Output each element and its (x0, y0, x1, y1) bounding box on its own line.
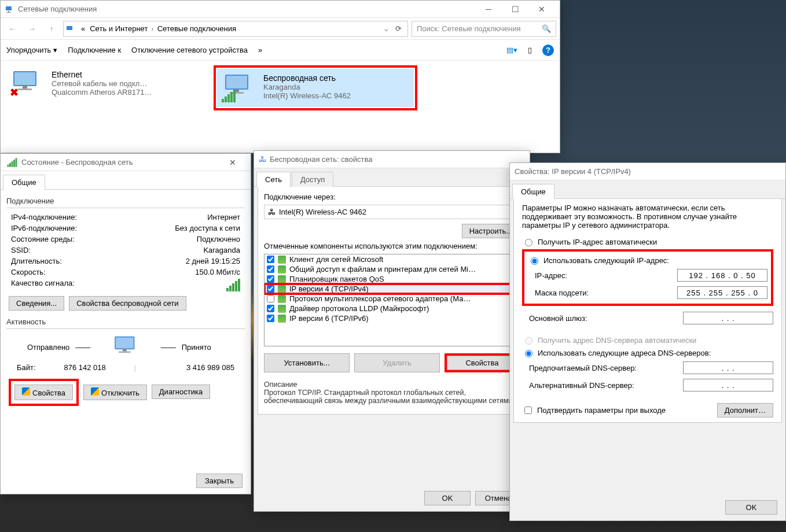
wifi-properties-button[interactable]: Свойства беспроводной сети (69, 296, 186, 311)
back-button[interactable]: ← (4, 21, 20, 37)
component-item[interactable]: Общий доступ к файлам и принтерам для се… (265, 264, 519, 274)
radio-input[interactable] (531, 257, 538, 265)
components-list[interactable]: Клиент для сетей MicrosoftОбщий доступ к… (264, 254, 520, 346)
disable-device-button[interactable]: Отключение сетевого устройства (131, 46, 248, 54)
help-icon: ? (542, 45, 554, 56)
organize-menu[interactable]: Упорядочить▾ (6, 46, 57, 54)
more-button[interactable]: » (258, 46, 262, 54)
dns2-input[interactable]: . . . (683, 379, 773, 391)
window-title: Состояние - Беспроводная сеть (21, 158, 133, 167)
gateway-label: Основной шлюз: (529, 314, 587, 323)
refresh-icon[interactable]: ⟳ (392, 24, 405, 33)
sent-label: Отправлено (11, 343, 69, 352)
svg-rect-2 (6, 12, 11, 13)
svg-rect-7 (18, 88, 32, 90)
radio-input (525, 337, 532, 345)
component-item[interactable]: Протокол мультиплексора сетевого адаптер… (265, 294, 519, 304)
ip-address-input[interactable]: 192 . 168 . 0 . 50 (677, 269, 767, 282)
tab-general[interactable]: Общие (512, 184, 554, 199)
maximize-button[interactable]: ☐ (502, 1, 528, 18)
install-button[interactable]: Установить... (264, 353, 350, 372)
connect-to-button[interactable]: Подключение к (68, 46, 121, 54)
close-button[interactable]: Закрыть (196, 474, 243, 488)
close-button[interactable]: ✕ (219, 154, 246, 171)
component-item[interactable]: Драйвер протокола LLDP (Майкрософт) (265, 304, 519, 313)
preview-pane-button[interactable]: ▯ (528, 46, 532, 54)
connection-ethernet[interactable]: ✖ Ethernet Сетевой кабель не подкл… Qual… (5, 65, 202, 110)
radio-auto-dns[interactable]: Получить адрес DNS-сервера автоматически (522, 334, 773, 346)
wifi-properties-window: 🖧 Беспроводная сеть: свойства Сеть Досту… (254, 150, 530, 512)
ok-button[interactable]: OK (725, 500, 777, 515)
checkbox-input[interactable] (524, 407, 532, 414)
component-label: Общий доступ к файлам и принтерам для се… (289, 265, 476, 274)
advanced-button[interactable]: Дополнит… (717, 403, 773, 418)
dropdown-icon[interactable]: ⌄ (381, 24, 392, 33)
radio-input[interactable] (525, 350, 532, 357)
titlebar[interactable]: Сетевые подключения ─ ☐ ✕ (1, 1, 560, 18)
address-bar[interactable]: « Сеть и Интернет › Сетевые подключения … (63, 21, 408, 37)
protocol-icon (278, 265, 286, 274)
checkbox-input[interactable] (267, 265, 274, 273)
svg-rect-6 (23, 86, 27, 88)
protocol-icon (278, 315, 286, 323)
duration-value: 2 дней 19:15:25 (186, 257, 240, 265)
ipv4-intro-text: Параметры IP можно назначать автоматичес… (522, 204, 773, 235)
disable-button[interactable]: Отключить (83, 385, 147, 400)
titlebar[interactable]: 🖧 Беспроводная сеть: свойства (254, 151, 530, 168)
titlebar[interactable]: Свойства: IP версии 4 (TCP/IPv4) (510, 163, 785, 180)
crumb-prefix: « (79, 24, 87, 33)
minimize-button[interactable]: ─ (475, 1, 502, 18)
close-button[interactable]: ✕ (528, 1, 555, 18)
help-button[interactable]: ? (542, 45, 554, 56)
ok-button[interactable]: OK (424, 491, 471, 505)
chevron-down-icon: ▾ (53, 46, 57, 54)
subnet-mask-input[interactable]: 255 . 255 . 255 . 0 (677, 286, 767, 299)
tab-network[interactable]: Сеть (256, 172, 291, 187)
connections-list: ✖ Ethernet Сетевой кабель не подкл… Qual… (1, 61, 560, 115)
details-button[interactable]: Сведения... (9, 296, 64, 311)
component-item[interactable]: Клиент для сетей Microsoft (265, 254, 519, 264)
up-button[interactable]: ↑ (43, 21, 60, 37)
chevron-right-icon: › (150, 24, 155, 33)
validate-checkbox[interactable]: Подтвердить параметры при выходе (522, 403, 666, 418)
component-properties-button[interactable]: Свойства (447, 356, 517, 370)
view-options-button[interactable]: ▤▾ (506, 46, 517, 54)
radio-auto-ip[interactable]: Получить IP-адрес автоматически (522, 235, 773, 248)
ssid-value: Karaganda (203, 246, 240, 254)
checkbox-input[interactable] (267, 256, 274, 263)
svg-rect-5 (14, 72, 35, 85)
dash: —— (161, 343, 176, 352)
radio-manual-dns[interactable]: Использовать следующие адреса DNS-сервер… (522, 346, 773, 359)
checkbox-input[interactable] (267, 275, 274, 283)
properties-button[interactable]: Свойства (14, 385, 73, 400)
crumb-2[interactable]: Сетевые подключения (155, 24, 238, 33)
radio-manual-ip[interactable]: Использовать следующий IP-адрес: (528, 254, 767, 267)
remove-button[interactable]: Удалить (354, 353, 440, 372)
gateway-input[interactable]: . . . (683, 312, 773, 324)
ip-address-label: IP-адрес: (535, 271, 567, 280)
checkbox-input[interactable] (267, 305, 274, 312)
component-item[interactable]: IP версии 6 (TCP/IPv6) (265, 313, 519, 323)
connection-wifi[interactable]: Беспроводная сеть Karaganda Intel(R) Wir… (217, 69, 414, 107)
forward-button[interactable]: → (24, 21, 40, 37)
toolbar: Упорядочить▾ Подключение к Отключение се… (1, 40, 560, 61)
dns1-input[interactable]: . . . (683, 361, 773, 374)
component-item[interactable]: Планировщик пакетов QoS (265, 274, 519, 284)
checkbox-input[interactable] (267, 285, 274, 293)
diagnose-button[interactable]: Диагностика (152, 385, 210, 399)
svg-rect-15 (119, 352, 131, 353)
checkbox-input[interactable] (267, 295, 274, 302)
titlebar[interactable]: Состояние - Беспроводная сеть ✕ (1, 154, 251, 171)
tab-general[interactable]: Общие (3, 175, 45, 190)
tab-access[interactable]: Доступ (292, 172, 333, 187)
search-input[interactable]: Поиск: Сетевые подключения 🔍 (412, 21, 556, 37)
radio-input[interactable] (525, 239, 532, 246)
svg-rect-3 (67, 26, 72, 30)
crumb-1[interactable]: Сеть и Интернет (87, 24, 150, 33)
dash: —— (75, 343, 90, 352)
recv-label: Принято (182, 343, 240, 352)
shield-icon (91, 387, 99, 396)
error-icon: ✖ (10, 86, 19, 99)
checkbox-input[interactable] (267, 315, 274, 322)
component-item[interactable]: IP версии 4 (TCP/IPv4) (265, 284, 519, 294)
